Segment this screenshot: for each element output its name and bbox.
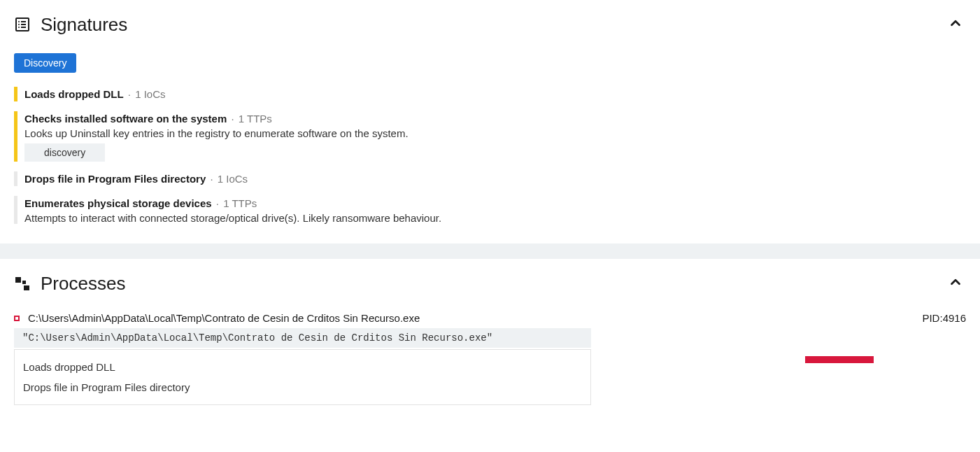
section-divider	[0, 243, 980, 259]
processes-header: Processes	[14, 271, 966, 295]
tree-icon	[14, 275, 31, 292]
process-header-left: C:\Users\Admin\AppData\Local\Temp\Contra…	[14, 312, 420, 324]
signature-description: Looks up Uninstall key entries in the re…	[24, 127, 966, 139]
signature-item[interactable]: Enumerates physical storage devices · 1 …	[14, 196, 966, 224]
signatures-title-wrap: Signatures	[14, 14, 127, 36]
process-pid: PID:4916	[922, 312, 966, 324]
signatures-section: Signatures Discovery Loads dropped DLL ·…	[0, 0, 980, 243]
signature-meta: 1 TTPs	[223, 197, 257, 209]
process-signature-row[interactable]: Drops file in Program Files directory	[15, 377, 590, 397]
signatures-header: Signatures	[14, 13, 966, 36]
signature-item[interactable]: Drops file in Program Files directory · …	[14, 171, 966, 186]
signature-item[interactable]: Checks installed software on the system …	[14, 111, 966, 162]
signature-item[interactable]: Loads dropped DLL · 1 IoCs	[14, 87, 966, 101]
signature-title: Checks installed software on the system	[24, 113, 227, 125]
collapse-processes-button[interactable]	[945, 271, 966, 295]
process-signature-row[interactable]: Loads dropped DLL	[15, 357, 590, 377]
signature-title: Drops file in Program Files directory	[24, 173, 206, 185]
svg-rect-8	[22, 281, 26, 284]
signatures-title: Signatures	[41, 14, 127, 36]
process-path: C:\Users\Admin\AppData\Local\Temp\Contra…	[28, 312, 420, 324]
signature-list: Loads dropped DLL · 1 IoCs Checks instal…	[14, 87, 966, 224]
svg-rect-9	[24, 285, 29, 290]
processes-title: Processes	[41, 273, 125, 295]
filter-badge-discovery[interactable]: Discovery	[14, 53, 76, 73]
signature-meta: 1 IoCs	[218, 173, 248, 185]
signature-title: Loads dropped DLL	[24, 88, 124, 100]
signature-description: Attempts to interact with connected stor…	[24, 212, 966, 224]
processes-title-wrap: Processes	[14, 273, 125, 295]
process-signatures: Loads dropped DLL Drops file in Program …	[14, 349, 591, 405]
svg-rect-7	[15, 277, 21, 283]
processes-section: Processes C:\Users\Admin\AppData\Local\T…	[0, 259, 980, 425]
process-commandline: "C:\Users\Admin\AppData\Local\Temp\Contr…	[14, 328, 591, 348]
signature-title: Enumerates physical storage devices	[24, 197, 212, 209]
timeline-segment[interactable]	[805, 356, 874, 363]
process-header[interactable]: C:\Users\Admin\AppData\Local\Temp\Contra…	[14, 312, 966, 324]
signature-meta: 1 TTPs	[239, 113, 272, 125]
list-icon	[14, 16, 31, 33]
collapse-signatures-button[interactable]	[945, 13, 966, 36]
signature-meta: 1 IoCs	[135, 88, 165, 100]
signature-tag[interactable]: discovery	[24, 143, 105, 162]
process-severity-indicator	[14, 316, 20, 321]
